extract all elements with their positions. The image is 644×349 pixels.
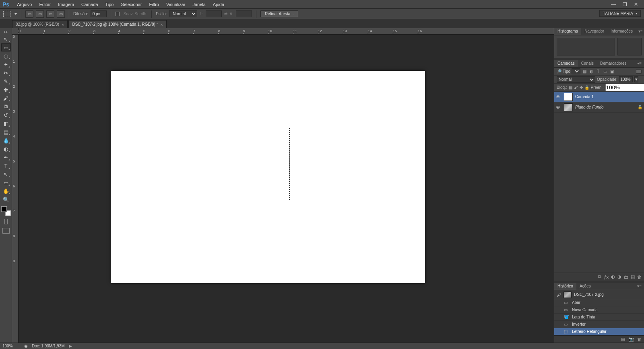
healing-brush-tool-icon[interactable]: ✚ [1, 86, 11, 94]
new-adjustment-icon[interactable]: ◑ [617, 274, 621, 279]
tool-preset-dropdown-icon[interactable] [14, 13, 17, 15]
history-brush-source-icon[interactable]: 🖌 [557, 292, 561, 297]
quick-mask-icon[interactable] [2, 219, 10, 225]
brush-tool-icon[interactable]: 🖌 [1, 94, 11, 102]
fill-input[interactable] [605, 84, 644, 91]
status-menu-icon[interactable]: ◉ [24, 344, 28, 348]
selection-subtract-icon[interactable]: ▭ [46, 10, 54, 18]
tab-info[interactable]: Informações [607, 28, 636, 35]
ruler-vertical[interactable]: 0123456789 [12, 35, 19, 343]
tab-paths[interactable]: Demarcadores [597, 60, 630, 67]
zoom-value[interactable]: 100% [2, 344, 20, 348]
layer-thumb[interactable] [564, 93, 573, 101]
tab-history[interactable]: Histórico [554, 283, 576, 290]
menu-layer[interactable]: Camada [78, 1, 102, 8]
new-group-icon[interactable]: 🗀 [624, 275, 628, 279]
history-step-row[interactable]: ▭Inverter [554, 321, 644, 328]
menu-window[interactable]: Janela [189, 1, 209, 8]
menu-file[interactable]: Arquivo [13, 1, 35, 8]
lock-position-icon[interactable]: ✥ [580, 85, 583, 90]
tab-close-icon[interactable]: × [62, 22, 64, 27]
panel-menu-icon[interactable]: ▾≡ [636, 28, 644, 35]
feather-input[interactable] [91, 10, 107, 17]
color-swatches[interactable] [1, 206, 11, 216]
new-snapshot-icon[interactable]: 📷 [628, 337, 634, 342]
gradient-tool-icon[interactable]: ▤ [1, 128, 11, 136]
dodge-tool-icon[interactable]: ◐ [1, 145, 11, 153]
tab-histogram[interactable]: Histograma [554, 28, 581, 35]
antialias-checkbox[interactable] [115, 12, 120, 16]
panel-menu-icon[interactable]: ▾≡ [635, 283, 644, 290]
workspace-switcher[interactable]: TATIANE MARIA▾ [599, 10, 641, 17]
window-close-icon[interactable]: ✕ [630, 1, 642, 8]
layer-row[interactable]: 👁Plano de Fundo🔒 [554, 102, 644, 113]
eyedropper-tool-icon[interactable]: ✎ [1, 77, 11, 85]
canvas[interactable] [111, 71, 425, 283]
doc-size-label[interactable]: Doc: 1,93M/1,93M [32, 344, 65, 348]
layer-mask-icon[interactable]: ◐ [611, 274, 615, 279]
opacity-dropdown-icon[interactable]: ▾ [634, 76, 638, 82]
selection-marquee[interactable] [216, 128, 290, 200]
panel-menu-icon[interactable]: ▾≡ [635, 60, 644, 67]
zoom-tool-icon[interactable]: 🔍 [1, 195, 11, 203]
filter-toggle[interactable] [636, 70, 642, 74]
document-tab[interactable]: DSC_7107-2.jpg @ 100% (Camada 1, RGB/8) … [68, 20, 166, 28]
toolbox-collapse-icon[interactable]: ▸▸ [4, 30, 8, 34]
layer-name[interactable]: Plano de Fundo [575, 105, 604, 109]
type-tool-icon[interactable]: T [1, 162, 11, 170]
layer-row[interactable]: 👁Camada 1 [554, 92, 644, 102]
document-tab[interactable]: 02.jpg @ 100% (RGB/8)× [12, 20, 68, 28]
tab-channels[interactable]: Canais [578, 60, 597, 67]
status-arrow-icon[interactable]: ▶ [69, 344, 72, 348]
layer-name[interactable]: Camada 1 [575, 94, 594, 99]
filter-kind-select[interactable] [572, 68, 580, 74]
window-minimize-icon[interactable]: — [608, 1, 619, 8]
history-step-row[interactable]: ⬚Letreiro Retangular [554, 328, 644, 335]
layer-thumb[interactable] [564, 103, 573, 111]
history-step-row[interactable]: 🪣Lata de Tinta [554, 314, 644, 321]
layer-fx-icon[interactable]: ƒx [604, 275, 609, 279]
shape-tool-icon[interactable]: ▭ [1, 179, 11, 187]
refine-edge-button[interactable]: Refinar Aresta... [260, 10, 298, 17]
hand-tool-icon[interactable]: ✋ [1, 187, 11, 195]
menu-type[interactable]: Tipo [102, 1, 118, 8]
delete-state-icon[interactable]: 🗑 [637, 337, 642, 342]
tab-navigator[interactable]: Navegador [581, 28, 607, 35]
selection-intersect-icon[interactable]: ▭ [57, 10, 65, 18]
new-layer-icon[interactable]: ▤ [631, 274, 635, 279]
lock-all-icon[interactable]: 🔒 [584, 85, 589, 90]
pen-tool-icon[interactable]: ✒ [1, 153, 11, 161]
menu-select[interactable]: Selecionar [118, 1, 146, 8]
ruler-horizontal[interactable]: 012345678910111213141516 [19, 28, 554, 35]
history-snapshot-row[interactable]: 🖌 DSC_7107-2.jpg [554, 290, 644, 299]
magic-wand-tool-icon[interactable]: ✦ [1, 60, 11, 68]
menu-image[interactable]: Imagem [54, 1, 78, 8]
screen-mode-icon[interactable] [2, 228, 10, 234]
lock-transparent-icon[interactable]: ▦ [569, 85, 572, 90]
menu-view[interactable]: Visualizar [163, 1, 189, 8]
style-select[interactable]: Normal [169, 10, 197, 17]
tab-actions[interactable]: Ações [576, 283, 594, 290]
blend-mode-select[interactable]: Normal [557, 76, 595, 83]
lock-brush-icon[interactable]: 🖌 [574, 85, 578, 90]
create-document-from-state-icon[interactable]: ▤ [621, 337, 625, 342]
history-step-row[interactable]: ▭Nova Camada [554, 306, 644, 314]
opacity-input[interactable] [619, 76, 633, 82]
clone-stamp-tool-icon[interactable]: ⧉ [1, 103, 11, 111]
filter-adjust-icon[interactable]: ◐ [588, 69, 594, 74]
eraser-tool-icon[interactable]: ◧ [1, 119, 11, 127]
canvas-area[interactable] [19, 35, 554, 343]
tab-layers[interactable]: Camadas [554, 60, 578, 67]
menu-edit[interactable]: Editar [35, 1, 54, 8]
selection-new-icon[interactable]: ▭ [25, 10, 33, 18]
selection-add-icon[interactable]: ▭ [36, 10, 44, 18]
marquee-tool-icon[interactable]: ▭ [1, 43, 11, 51]
lasso-tool-icon[interactable]: ◌ [1, 52, 11, 60]
tab-close-icon[interactable]: × [160, 22, 163, 27]
menu-filter[interactable]: Filtro [145, 1, 162, 8]
history-step-row[interactable]: ▭Abrir [554, 299, 644, 306]
history-brush-tool-icon[interactable]: ↺ [1, 111, 11, 119]
window-restore-icon[interactable]: ❐ [619, 1, 630, 8]
link-layers-icon[interactable]: ⧉ [598, 274, 601, 279]
filter-pixel-icon[interactable]: ▦ [582, 69, 587, 74]
